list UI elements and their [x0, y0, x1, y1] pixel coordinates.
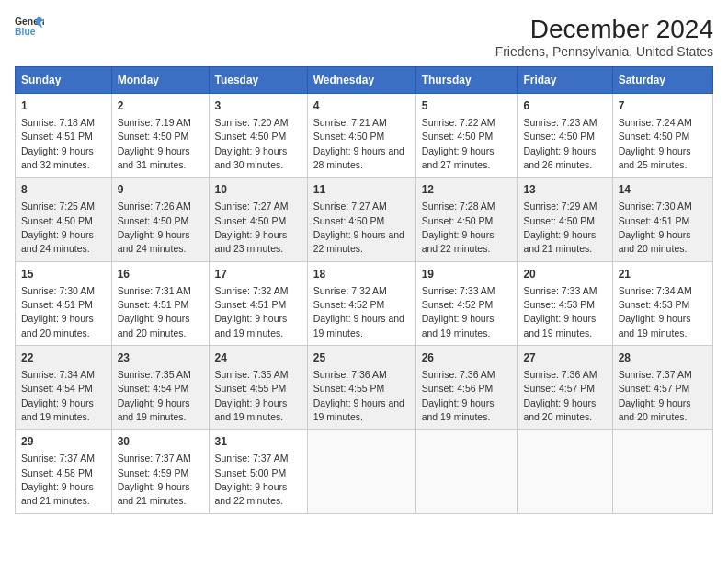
day-number: 4 — [313, 98, 410, 114]
day-number: 13 — [523, 182, 606, 198]
title-area: December 2024 Friedens, Pennsylvania, Un… — [495, 15, 713, 59]
header: General Blue December 2024 Friedens, Pen… — [15, 15, 713, 59]
day-number: 11 — [313, 182, 410, 198]
day-number: 2 — [118, 98, 203, 114]
day-info: Sunrise: 7:24 AMSunset: 4:50 PMDaylight:… — [619, 117, 692, 170]
week-row: 1 Sunrise: 7:18 AMSunset: 4:51 PMDayligh… — [16, 94, 713, 178]
day-number: 8 — [21, 182, 106, 198]
calendar-cell: 9 Sunrise: 7:26 AMSunset: 4:50 PMDayligh… — [111, 178, 209, 261]
day-info: Sunrise: 7:23 AMSunset: 4:50 PMDaylight:… — [523, 117, 597, 170]
day-number: 21 — [619, 267, 707, 282]
day-info: Sunrise: 7:37 AMSunset: 4:57 PMDaylight:… — [619, 369, 692, 422]
day-number: 31 — [215, 434, 301, 450]
day-info: Sunrise: 7:37 AMSunset: 5:00 PMDaylight:… — [215, 453, 289, 506]
calendar-cell — [415, 430, 518, 513]
day-info: Sunrise: 7:34 AMSunset: 4:54 PMDaylight:… — [21, 369, 95, 422]
calendar-cell: 3 Sunrise: 7:20 AMSunset: 4:50 PMDayligh… — [209, 94, 307, 178]
day-info: Sunrise: 7:28 AMSunset: 4:50 PMDaylight:… — [422, 201, 495, 254]
day-number: 20 — [523, 267, 606, 282]
calendar-cell: 22 Sunrise: 7:34 AMSunset: 4:54 PMDaylig… — [16, 346, 112, 430]
calendar-cell: 31 Sunrise: 7:37 AMSunset: 5:00 PMDaylig… — [209, 430, 307, 513]
page-subtitle: Friedens, Pennsylvania, United States — [495, 44, 713, 59]
calendar-cell: 4 Sunrise: 7:21 AMSunset: 4:50 PMDayligh… — [307, 94, 415, 178]
calendar-cell: 6 Sunrise: 7:23 AMSunset: 4:50 PMDayligh… — [518, 94, 612, 178]
day-info: Sunrise: 7:22 AMSunset: 4:50 PMDaylight:… — [422, 117, 495, 170]
day-number: 7 — [619, 98, 707, 114]
day-info: Sunrise: 7:21 AMSunset: 4:50 PMDaylight:… — [313, 117, 404, 170]
day-info: Sunrise: 7:33 AMSunset: 4:52 PMDaylight:… — [422, 285, 495, 339]
day-info: Sunrise: 7:32 AMSunset: 4:51 PMDaylight:… — [215, 285, 289, 339]
week-row: 15 Sunrise: 7:30 AMSunset: 4:51 PMDaylig… — [16, 261, 713, 345]
day-info: Sunrise: 7:26 AMSunset: 4:50 PMDaylight:… — [118, 201, 191, 254]
day-info: Sunrise: 7:31 AMSunset: 4:51 PMDaylight:… — [118, 285, 191, 339]
logo: General Blue — [15, 15, 44, 40]
day-number: 12 — [422, 182, 512, 198]
calendar-cell: 7 Sunrise: 7:24 AMSunset: 4:50 PMDayligh… — [612, 94, 712, 178]
day-number: 24 — [215, 350, 301, 366]
calendar-cell: 25 Sunrise: 7:36 AMSunset: 4:55 PMDaylig… — [307, 346, 415, 430]
day-info: Sunrise: 7:18 AMSunset: 4:51 PMDaylight:… — [21, 117, 95, 170]
day-number: 25 — [313, 350, 410, 366]
calendar-cell — [518, 430, 612, 513]
header-row: SundayMondayTuesdayWednesdayThursdayFrid… — [16, 67, 713, 94]
col-header-sunday: Sunday — [16, 67, 112, 94]
calendar-cell: 14 Sunrise: 7:30 AMSunset: 4:51 PMDaylig… — [612, 178, 712, 261]
day-number: 10 — [215, 182, 301, 198]
calendar-cell: 15 Sunrise: 7:30 AMSunset: 4:51 PMDaylig… — [16, 261, 112, 345]
day-number: 29 — [21, 434, 106, 450]
day-info: Sunrise: 7:25 AMSunset: 4:50 PMDaylight:… — [21, 201, 95, 254]
calendar-cell: 12 Sunrise: 7:28 AMSunset: 4:50 PMDaylig… — [415, 178, 518, 261]
day-number: 15 — [21, 267, 106, 282]
col-header-saturday: Saturday — [612, 67, 712, 94]
day-number: 19 — [422, 267, 512, 282]
day-info: Sunrise: 7:27 AMSunset: 4:50 PMDaylight:… — [313, 201, 404, 254]
calendar-table: SundayMondayTuesdayWednesdayThursdayFrid… — [15, 66, 713, 514]
day-number: 30 — [118, 434, 203, 450]
calendar-cell: 16 Sunrise: 7:31 AMSunset: 4:51 PMDaylig… — [111, 261, 209, 345]
day-info: Sunrise: 7:34 AMSunset: 4:53 PMDaylight:… — [619, 285, 692, 339]
calendar-cell: 28 Sunrise: 7:37 AMSunset: 4:57 PMDaylig… — [612, 346, 712, 430]
day-info: Sunrise: 7:30 AMSunset: 4:51 PMDaylight:… — [21, 285, 95, 339]
day-number: 6 — [523, 98, 606, 114]
page-title: December 2024 — [495, 15, 713, 44]
day-info: Sunrise: 7:35 AMSunset: 4:54 PMDaylight:… — [118, 369, 191, 422]
day-number: 18 — [313, 267, 410, 282]
day-number: 14 — [619, 182, 707, 198]
day-info: Sunrise: 7:27 AMSunset: 4:50 PMDaylight:… — [215, 201, 289, 254]
day-number: 16 — [118, 267, 203, 282]
calendar-cell: 30 Sunrise: 7:37 AMSunset: 4:59 PMDaylig… — [111, 430, 209, 513]
col-header-monday: Monday — [111, 67, 209, 94]
day-number: 17 — [215, 267, 301, 282]
col-header-friday: Friday — [518, 67, 612, 94]
calendar-cell: 27 Sunrise: 7:36 AMSunset: 4:57 PMDaylig… — [518, 346, 612, 430]
logo-icon: General Blue — [15, 15, 44, 40]
calendar-cell: 23 Sunrise: 7:35 AMSunset: 4:54 PMDaylig… — [111, 346, 209, 430]
calendar-cell: 13 Sunrise: 7:29 AMSunset: 4:50 PMDaylig… — [518, 178, 612, 261]
day-number: 3 — [215, 98, 301, 114]
day-info: Sunrise: 7:36 AMSunset: 4:56 PMDaylight:… — [422, 369, 495, 422]
day-number: 23 — [118, 350, 203, 366]
day-info: Sunrise: 7:37 AMSunset: 4:59 PMDaylight:… — [118, 453, 191, 506]
calendar-cell: 17 Sunrise: 7:32 AMSunset: 4:51 PMDaylig… — [209, 261, 307, 345]
day-info: Sunrise: 7:35 AMSunset: 4:55 PMDaylight:… — [215, 369, 289, 422]
day-number: 26 — [422, 350, 512, 366]
day-info: Sunrise: 7:20 AMSunset: 4:50 PMDaylight:… — [215, 117, 289, 170]
calendar-cell: 29 Sunrise: 7:37 AMSunset: 4:58 PMDaylig… — [16, 430, 112, 513]
day-info: Sunrise: 7:36 AMSunset: 4:55 PMDaylight:… — [313, 369, 404, 422]
calendar-cell: 24 Sunrise: 7:35 AMSunset: 4:55 PMDaylig… — [209, 346, 307, 430]
day-number: 5 — [422, 98, 512, 114]
calendar-cell: 20 Sunrise: 7:33 AMSunset: 4:53 PMDaylig… — [518, 261, 612, 345]
day-number: 28 — [619, 350, 707, 366]
day-info: Sunrise: 7:33 AMSunset: 4:53 PMDaylight:… — [523, 285, 597, 339]
calendar-cell — [612, 430, 712, 513]
calendar-cell: 8 Sunrise: 7:25 AMSunset: 4:50 PMDayligh… — [16, 178, 112, 261]
day-info: Sunrise: 7:36 AMSunset: 4:57 PMDaylight:… — [523, 369, 597, 422]
calendar-cell: 11 Sunrise: 7:27 AMSunset: 4:50 PMDaylig… — [307, 178, 415, 261]
calendar-cell: 18 Sunrise: 7:32 AMSunset: 4:52 PMDaylig… — [307, 261, 415, 345]
day-info: Sunrise: 7:19 AMSunset: 4:50 PMDaylight:… — [118, 117, 191, 170]
col-header-thursday: Thursday — [415, 67, 518, 94]
day-info: Sunrise: 7:29 AMSunset: 4:50 PMDaylight:… — [523, 201, 597, 254]
week-row: 8 Sunrise: 7:25 AMSunset: 4:50 PMDayligh… — [16, 178, 713, 261]
day-number: 27 — [523, 350, 606, 366]
calendar-cell: 19 Sunrise: 7:33 AMSunset: 4:52 PMDaylig… — [415, 261, 518, 345]
